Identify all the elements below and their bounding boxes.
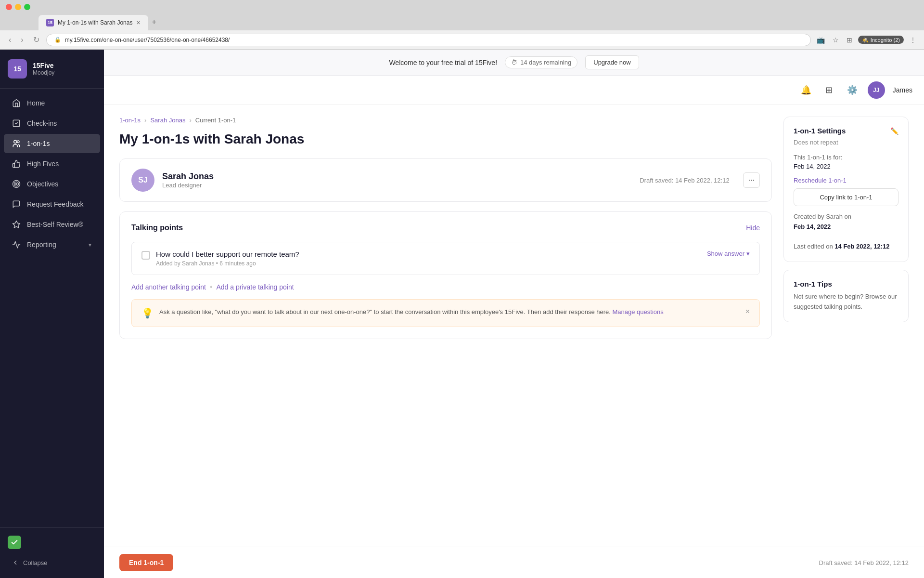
reschedule-link[interactable]: Reschedule 1-on-1 — [794, 177, 847, 184]
traffic-lights — [6, 4, 30, 10]
browser-tab-bar: 15 My 1-on-1s with Sarah Jonas × + — [0, 14, 924, 30]
copy-link-button[interactable]: Copy link to 1-on-1 — [794, 188, 898, 206]
extensions-button[interactable]: ⊞ — [845, 34, 854, 46]
svg-point-1 — [14, 140, 17, 143]
info-banner: 💡 Ask a question like, "what do you want… — [131, 299, 760, 327]
tp-checkbox[interactable] — [141, 251, 150, 260]
lock-icon: 🔒 — [54, 37, 61, 43]
menu-button[interactable]: ⋮ — [908, 34, 918, 46]
notification-bell-icon[interactable]: 🔔 — [798, 82, 814, 98]
tp-content: How could I better support our remote te… — [156, 250, 701, 267]
main-area: Welcome to your free trial of 15Five! ⏱ … — [104, 50, 924, 578]
profile-card: SJ Sarah Jonas Lead designer Draft saved… — [119, 158, 772, 202]
profile-role: Lead designer — [162, 182, 632, 189]
sidebar-item-checkins-label: Check-ins — [27, 119, 57, 127]
created-date: Feb 14, 2022 — [794, 223, 831, 230]
created-by-label: Created by Sarah on — [794, 213, 851, 220]
sidebar-item-feedback-label: Request Feedback — [27, 200, 84, 208]
tips-card: 1-on-1 Tips Not sure where to begin? Bro… — [783, 270, 909, 322]
settings-icon[interactable]: ⚙️ — [845, 82, 860, 98]
logo-initials: 15 — [13, 65, 21, 73]
sidebar-item-objectives[interactable]: Objectives — [4, 174, 100, 194]
browser-chrome: 15 My 1-on-1s with Sarah Jonas × + ‹ › ↻… — [0, 0, 924, 50]
hide-button[interactable]: Hide — [746, 224, 760, 232]
talking-points-title: Talking points — [131, 223, 183, 232]
svg-point-4 — [14, 182, 19, 186]
browser-actions: 📺 ☆ ⊞ 🕵 Incognito (2) ⋮ — [815, 34, 918, 46]
reporting-chevron-icon: ▼ — [88, 242, 92, 248]
collapse-button[interactable]: Collapse — [8, 555, 96, 570]
breadcrumb-current: Current 1-on-1 — [195, 117, 236, 124]
cast-button[interactable]: 📺 — [815, 34, 827, 46]
sidebar-item-feedback[interactable]: Request Feedback — [4, 195, 100, 214]
sidebar-item-1on1s[interactable]: 1-on-1s — [4, 134, 100, 153]
close-traffic-light[interactable] — [6, 4, 12, 10]
tips-text: Not sure where to begin? Browse our sugg… — [794, 292, 898, 312]
forward-button[interactable]: › — [18, 34, 26, 46]
show-answer-label: Show answer — [707, 250, 744, 257]
minimize-traffic-light[interactable] — [15, 4, 21, 10]
browser-toolbar: ‹ › ↻ 🔒 my.15five.com/one-on-one/user/75… — [0, 30, 924, 50]
last-edited-date: 14 Feb 2022, 12:12 — [834, 243, 889, 250]
end-1on1-button[interactable]: End 1-on-1 — [119, 554, 173, 571]
sidebar-item-home[interactable]: Home — [4, 93, 100, 113]
sidebar-item-reporting[interactable]: Reporting ▼ — [4, 235, 100, 254]
profile-avatar: SJ — [131, 169, 154, 192]
tp-time: 6 minutes ago — [219, 260, 256, 267]
edit-icon[interactable]: ✏️ — [890, 127, 898, 135]
checkins-icon — [12, 118, 21, 128]
objectives-icon — [12, 179, 21, 189]
manage-questions-link[interactable]: Manage questions — [613, 308, 664, 315]
tp-question: How could I better support our remote te… — [156, 250, 701, 258]
chevron-down-icon: ▾ — [746, 250, 750, 257]
upgrade-button[interactable]: Upgrade now — [585, 55, 639, 69]
browser-tab[interactable]: 15 My 1-on-1s with Sarah Jonas × — [38, 15, 148, 30]
sidebar-item-checkins[interactable]: Check-ins — [4, 114, 100, 133]
add-another-link[interactable]: Add another talking point — [131, 283, 206, 291]
tp-added-by: Added by Sarah Jonas — [156, 260, 214, 267]
sidebar-item-highfives[interactable]: High Fives — [4, 154, 100, 173]
incognito-badge: 🕵 Incognito (2) — [858, 36, 904, 44]
info-text: Ask a question like, "what do you want t… — [159, 307, 740, 317]
sidebar-item-review-label: Best-Self Review® — [27, 221, 83, 228]
new-tab-button[interactable]: + — [148, 14, 160, 30]
show-answer-button[interactable]: Show answer ▾ — [707, 250, 750, 257]
tp-meta: Added by Sarah Jonas • 6 minutes ago — [156, 260, 701, 267]
browser-titlebar — [0, 0, 924, 14]
sidebar-nav: Home Check-ins 1-on-1s Hig — [0, 89, 104, 527]
grid-icon[interactable]: ⊞ — [821, 82, 837, 98]
tab-favicon: 15 — [46, 19, 54, 26]
breadcrumb: 1-on-1s › Sarah Jonas › Current 1-on-1 — [119, 117, 772, 124]
tab-title: My 1-on-1s with Sarah Jonas — [58, 19, 132, 26]
sidebar-item-review[interactable]: Best-Self Review® — [4, 215, 100, 234]
app-sub: Moodjoy — [33, 69, 54, 76]
feedback-icon — [12, 199, 21, 209]
lightbulb-icon: 💡 — [141, 307, 154, 319]
breadcrumb-1on1s[interactable]: 1-on-1s — [119, 117, 141, 124]
more-options-button[interactable]: ··· — [743, 172, 760, 188]
add-private-link[interactable]: Add a private talking point — [217, 283, 294, 291]
sidebar-item-objectives-label: Objectives — [27, 180, 58, 188]
highfives-icon — [12, 159, 21, 169]
reload-button[interactable]: ↻ — [30, 33, 42, 46]
does-not-repeat: Does not repeat — [794, 139, 898, 146]
profile-name: Sarah Jonas — [162, 171, 632, 182]
breadcrumb-sarah-jonas[interactable]: Sarah Jonas — [150, 117, 185, 124]
sidebar-item-reporting-label: Reporting — [27, 241, 56, 249]
incognito-label: Incognito (2) — [871, 37, 900, 43]
tips-title: 1-on-1 Tips — [794, 280, 898, 288]
address-bar[interactable]: 🔒 my.15five.com/one-on-one/user/7502536/… — [46, 34, 811, 46]
sidebar: 15 15Five Moodjoy Home Check-ins — [0, 50, 104, 578]
home-icon — [12, 98, 21, 108]
fullscreen-traffic-light[interactable] — [24, 4, 30, 10]
add-talking-points-row: Add another talking point • Add a privat… — [131, 283, 760, 291]
tab-close-button[interactable]: × — [136, 19, 140, 26]
1on1-icon — [12, 139, 21, 148]
info-close-button[interactable]: × — [745, 307, 750, 316]
profile-info: Sarah Jonas Lead designer — [162, 171, 632, 189]
user-avatar[interactable]: JJ — [868, 81, 885, 99]
collapse-label: Collapse — [23, 559, 48, 566]
back-button[interactable]: ‹ — [6, 34, 14, 46]
url-text: my.15five.com/one-on-one/user/7502536/on… — [65, 37, 230, 43]
bookmark-button[interactable]: ☆ — [831, 34, 841, 46]
